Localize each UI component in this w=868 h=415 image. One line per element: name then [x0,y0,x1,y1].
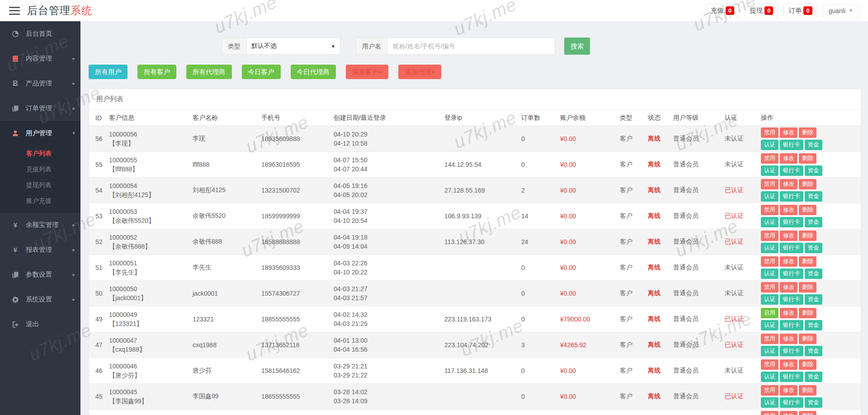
toggle-enable-button[interactable]: 禁用 [761,385,778,396]
bank-card-button[interactable]: 银行卡 [780,346,803,356]
sidebar-item-退出[interactable]: 退出 [0,312,80,337]
toggle-enable-button[interactable]: 禁用 [761,411,778,415]
modify-button[interactable]: 修改 [780,231,797,241]
sidebar-item-后台首页[interactable]: 后台首页 [0,21,80,46]
stat-count-badge: 0 [726,6,734,15]
funds-button[interactable]: 资金 [805,346,822,356]
delete-button[interactable]: 删除 [799,205,816,215]
funds-button[interactable]: 资金 [805,217,822,227]
auth-button[interactable]: 认证 [761,191,778,202]
toggle-enable-button[interactable]: 禁用 [761,359,778,370]
modify-button[interactable]: 修改 [780,205,797,215]
auth-button[interactable]: 认证 [761,140,778,150]
auth-button[interactable]: 认证 [761,294,778,305]
modify-button[interactable]: 修改 [780,256,797,267]
funds-button[interactable]: 资金 [805,294,822,305]
delete-button[interactable]: 删除 [799,231,816,241]
modify-button[interactable]: 修改 [780,282,797,292]
sidebar-item-参数设置[interactable]: 参数设置▸ [0,262,80,287]
funds-button[interactable]: 资金 [805,269,822,279]
stat-box-提现[interactable]: 提现0 [745,4,778,18]
bank-card-button[interactable]: 银行卡 [780,140,803,150]
bank-card-button[interactable]: 银行卡 [780,397,803,408]
delete-button[interactable]: 删除 [799,256,816,267]
bank-card-button[interactable]: 银行卡 [780,165,803,176]
bank-card-button[interactable]: 银行卡 [780,243,803,253]
delete-button[interactable]: 删除 [799,127,816,138]
toggle-enable-button[interactable]: 禁用 [761,231,778,241]
search-button[interactable]: 搜索 [564,38,590,55]
auth-button[interactable]: 认证 [761,397,778,408]
delete-button[interactable]: 删除 [799,334,816,344]
bank-card-button[interactable]: 银行卡 [780,320,803,330]
bank-card-button[interactable]: 银行卡 [780,191,803,202]
toggle-enable-button[interactable]: 禁用 [761,153,778,164]
sidebar-subitem-提现列表[interactable]: 提现列表 [0,177,80,193]
delete-button[interactable]: 删除 [799,359,816,370]
modify-button[interactable]: 修改 [780,153,797,164]
auth-button[interactable]: 认证 [761,346,778,356]
auth-button[interactable]: 认证 [761,243,778,253]
bank-card-button[interactable]: 银行卡 [780,269,803,279]
auth-button[interactable]: 认证 [761,165,778,176]
funds-button[interactable]: 资金 [805,243,822,253]
sidebar-subitem-客户列表[interactable]: 客户列表 [0,146,80,161]
sidebar-item-订单管理[interactable]: 订单管理▸ [0,96,80,121]
toolbar-button-所有客户[interactable]: 所有客户 [137,65,176,79]
username-input[interactable] [387,38,555,55]
funds-button[interactable]: 资金 [805,397,822,408]
auth-button[interactable]: 认证 [761,269,778,279]
modify-button[interactable]: 修改 [780,359,797,370]
toggle-enable-button[interactable]: 禁用 [761,334,778,344]
sidebar-item-系统设置[interactable]: 系统设置▸ [0,287,80,312]
type-select[interactable]: 默认不选 ▼ [246,38,340,55]
sidebar-subitem-充值列表[interactable]: 充值列表 [0,161,80,177]
modify-button[interactable]: 修改 [780,127,797,138]
delete-button[interactable]: 删除 [799,282,816,292]
stat-box-订单[interactable]: 订单0 [783,4,817,18]
auth-button[interactable]: 认证 [761,217,778,227]
delete-button[interactable]: 删除 [799,153,816,164]
user-menu[interactable]: guanli ▼ [823,4,859,18]
bank-card-button[interactable]: 银行卡 [780,294,803,305]
toggle-enable-button[interactable]: 禁用 [761,205,778,215]
sidebar-item-报表管理[interactable]: ¥报表管理▸ [0,237,80,262]
toggle-enable-button[interactable]: 禁用 [761,179,778,189]
auth-button[interactable]: 认证 [761,320,778,330]
modify-button[interactable]: 修改 [780,385,797,396]
sidebar-item-用户管理[interactable]: 用户管理▾ [0,121,80,146]
cell-customer-info: 10000054【刘相彤4125】 [109,181,193,199]
toolbar-button-今日代理商[interactable]: 今日代理商 [291,65,336,79]
toolbar-button-添加代理+[interactable]: 添加代理+ [398,65,441,79]
modify-button[interactable]: 修改 [780,411,797,415]
delete-button[interactable]: 删除 [799,308,816,318]
toggle-enable-button[interactable]: 禁用 [761,282,778,292]
modify-button[interactable]: 修改 [780,179,797,189]
sidebar-subitem-账户充值[interactable]: 账户充值 [0,193,80,209]
toolbar-button-所有用户[interactable]: 所有用户 [89,65,127,79]
stat-box-充值[interactable]: 充值0 [706,4,739,18]
delete-button[interactable]: 删除 [799,179,816,189]
bank-card-button[interactable]: 银行卡 [780,372,803,382]
toggle-enable-button[interactable]: 禁用 [761,127,778,138]
funds-button[interactable]: 资金 [805,140,822,150]
funds-button[interactable]: 资金 [805,165,822,176]
funds-button[interactable]: 资金 [805,320,822,330]
sidebar-item-余额宝管理[interactable]: ¥余额宝管理▸ [0,212,80,237]
toggle-enable-button[interactable]: 启用 [761,308,778,318]
toolbar-button-所有代理商[interactable]: 所有代理商 [186,65,232,79]
toggle-enable-button[interactable]: 禁用 [761,256,778,267]
modify-button[interactable]: 修改 [780,308,797,318]
toolbar-button-添加客户+[interactable]: 添加客户+ [346,65,388,79]
sidebar-item-内容管理[interactable]: 内容管理▸ [0,46,80,71]
sidebar-item-产品管理[interactable]: Ƀ产品管理▸ [0,71,80,96]
toolbar-button-今日客户[interactable]: 今日客户 [242,65,281,79]
delete-button[interactable]: 删除 [799,411,816,415]
bank-card-button[interactable]: 银行卡 [780,217,803,227]
modify-button[interactable]: 修改 [780,334,797,344]
funds-button[interactable]: 资金 [805,372,822,382]
funds-button[interactable]: 资金 [805,191,822,202]
delete-button[interactable]: 删除 [799,385,816,396]
auth-button[interactable]: 认证 [761,372,778,382]
hamburger-icon[interactable] [9,7,20,15]
